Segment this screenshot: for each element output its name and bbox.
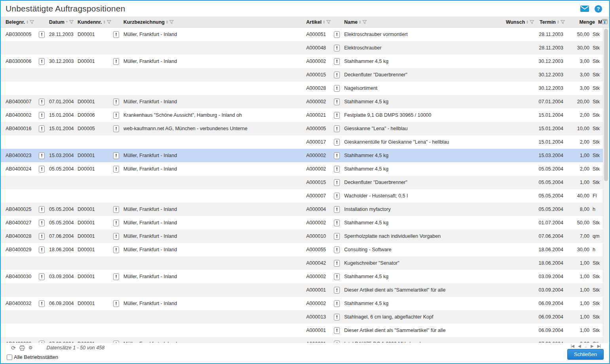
warning-icon[interactable]: ! <box>334 220 340 226</box>
warning-icon[interactable]: ! <box>334 179 340 186</box>
filter-icon[interactable] <box>107 20 111 24</box>
warning-icon[interactable]: ! <box>113 152 119 159</box>
column-header-wunsch[interactable]: Wunsch ▲▼ <box>506 19 534 25</box>
warning-icon[interactable]: ! <box>113 125 119 132</box>
column-header-menge[interactable]: Menge <box>569 19 595 25</box>
table-row[interactable]: ! ! A000001 ! Dieser Artikel dient als "… <box>1 324 604 337</box>
last-page-icon[interactable]: ▶| <box>597 344 601 348</box>
vertical-scrollbar[interactable] <box>603 28 608 343</box>
table-row[interactable]: AB0400028 ! 07.06.2004 D00001 ! Müller, … <box>1 229 604 243</box>
column-header-name[interactable]: Name ▲▼ <box>344 19 506 25</box>
warning-icon[interactable]: ! <box>334 206 340 213</box>
warning-icon[interactable]: ! <box>334 327 340 334</box>
warning-icon[interactable]: ! <box>113 206 119 213</box>
table-row[interactable]: ! ! A000007 ! Wacholder - Hustensaft; 0,… <box>1 189 604 203</box>
warning-icon[interactable]: ! <box>334 193 340 199</box>
help-icon[interactable]: ? <box>595 5 602 13</box>
column-header-artikel[interactable]: Artikel ▲▼ <box>306 19 334 25</box>
table-row[interactable]: AB0400023 ! 15.03.2004 D00001 ! Müller, … <box>1 149 604 162</box>
warning-icon[interactable]: ! <box>113 58 119 65</box>
table-row[interactable]: AB0400002 ! 15.01.2004 D00006 ! Krankenh… <box>1 108 604 122</box>
table-row[interactable]: AB0400027 ! 05.05.2004 D00001 ! Müller, … <box>1 216 604 229</box>
warning-icon[interactable]: ! <box>39 220 45 226</box>
warning-icon[interactable]: ! <box>334 99 340 105</box>
all-sites-checkbox-row[interactable]: Alle Betriebsstätten <box>2 354 608 360</box>
table-row[interactable]: ! ! A000013 ! Stahlnagel, 6 cm lang, abg… <box>1 310 604 324</box>
sort-icon[interactable]: ▲▼ <box>526 20 529 24</box>
filter-icon[interactable] <box>30 20 34 24</box>
warning-icon[interactable]: ! <box>334 31 340 38</box>
table-row[interactable]: ! ! A000017 ! Gieskannentülle für Gieska… <box>1 135 604 149</box>
scrollbar-thumb[interactable] <box>604 29 608 181</box>
warning-icon[interactable]: ! <box>334 85 340 92</box>
filter-icon[interactable] <box>362 20 367 24</box>
first-page-icon[interactable]: |◀ <box>571 344 574 348</box>
filter-icon[interactable] <box>326 20 331 24</box>
warning-icon[interactable]: ! <box>334 58 340 65</box>
mail-icon[interactable] <box>580 6 589 12</box>
warning-icon[interactable]: ! <box>113 233 119 240</box>
warning-icon[interactable]: ! <box>334 166 340 173</box>
warning-icon[interactable]: ! <box>39 99 45 105</box>
warning-icon[interactable]: ! <box>39 166 45 173</box>
filter-icon[interactable] <box>530 20 534 24</box>
table-row[interactable]: ! ! A000015 ! Deckenfluter "Dauerbrenner… <box>1 68 604 82</box>
warning-icon[interactable]: ! <box>39 31 45 38</box>
table-row[interactable]: ! ! A000048 ! Elektroschrauber 28.11.200… <box>1 41 604 55</box>
settings-icon[interactable]: ⚙ <box>28 345 33 351</box>
warning-icon[interactable]: ! <box>113 31 119 38</box>
next-page-icon[interactable]: ▶ <box>591 344 593 348</box>
table-row[interactable]: ! ! A000015 ! Deckenfluter "Dauerbrenner… <box>1 176 604 189</box>
table-row[interactable]: AB0400025 ! 05.05.2004 D00001 ! Müller, … <box>1 203 604 216</box>
warning-icon[interactable]: ! <box>334 45 340 51</box>
table-row[interactable]: AB0400024 ! 05.05.2004 D00001 ! Müller, … <box>1 162 604 176</box>
table-row[interactable]: ! ! A000028 ! Nagelsortiment 30.12.2003 … <box>1 82 604 95</box>
warning-icon[interactable]: ! <box>39 125 45 132</box>
table-row[interactable]: AB0400029 ! 18.06.2004 D00001 ! Müller, … <box>1 243 604 256</box>
table-row[interactable]: AB0300005 ! 28.11.2003 D00001 ! Müller, … <box>1 28 604 41</box>
warning-icon[interactable]: ! <box>39 112 45 119</box>
refresh-icon[interactable]: ⟳ <box>11 345 16 351</box>
warning-icon[interactable]: ! <box>334 287 340 294</box>
warning-icon[interactable]: ! <box>39 246 45 253</box>
prev-page-icon[interactable]: ◀ <box>578 344 581 348</box>
warning-icon[interactable]: ! <box>113 166 119 173</box>
sort-icon[interactable]: ▲▼ <box>26 20 28 24</box>
print-icon[interactable] <box>19 345 25 351</box>
warning-icon[interactable]: ! <box>39 273 45 280</box>
warning-icon[interactable]: ! <box>113 220 119 226</box>
sort-icon[interactable]: ▲▼ <box>103 20 106 24</box>
warning-icon[interactable]: ! <box>334 300 340 307</box>
column-header-termin[interactable]: Termin ▲▼ <box>534 19 569 25</box>
warning-icon[interactable]: ! <box>334 246 340 253</box>
warning-icon[interactable]: ! <box>334 139 340 146</box>
table-row[interactable]: ! ! A000042 ! Kugelschreiber "Senator" 1… <box>1 256 604 270</box>
sort-icon[interactable]: ▲▼ <box>166 20 168 24</box>
sort-icon[interactable]: ▲▼ <box>323 20 325 24</box>
warning-icon[interactable]: ! <box>334 125 340 132</box>
filter-icon[interactable] <box>169 20 174 24</box>
warning-icon[interactable]: ! <box>334 72 340 78</box>
warning-icon[interactable]: ! <box>39 300 45 307</box>
warning-icon[interactable]: ! <box>334 260 340 267</box>
warning-icon[interactable]: ! <box>113 300 119 307</box>
column-header-belegnr[interactable]: Belegnr. ▲▼ <box>6 19 39 25</box>
close-button[interactable]: Schließen <box>567 349 604 360</box>
warning-icon[interactable]: ! <box>334 314 340 320</box>
page-ellipsis[interactable]: ... <box>585 344 587 348</box>
filter-icon[interactable] <box>561 20 565 24</box>
filter-icon[interactable] <box>69 20 74 24</box>
table-row[interactable]: AB0400032 ! 06.09.2004 D00001 ! Müller, … <box>1 297 604 310</box>
column-header-kundennr[interactable]: Kundennr. ▲▼ <box>78 19 113 25</box>
warning-icon[interactable]: ! <box>334 273 340 280</box>
warning-icon[interactable]: ! <box>113 246 119 253</box>
warning-icon[interactable]: ! <box>113 273 119 280</box>
warning-icon[interactable]: ! <box>39 233 45 240</box>
table-row[interactable]: AB0400007 ! 07.01.2004 D00001 ! Müller, … <box>1 95 604 108</box>
table-row[interactable]: ! ! A000001 ! Dieser Artikel dient als "… <box>1 283 604 297</box>
table-row[interactable]: AB0400030 ! 03.09.2004 D00001 ! Müller, … <box>1 270 604 283</box>
all-sites-checkbox[interactable] <box>7 355 12 360</box>
column-chooser-icon[interactable] <box>602 19 608 25</box>
table-row[interactable]: AB0400016 ! 15.01.2004 D00005 ! web-kauf… <box>1 122 604 135</box>
sort-icon[interactable]: ▲▼ <box>359 20 361 24</box>
